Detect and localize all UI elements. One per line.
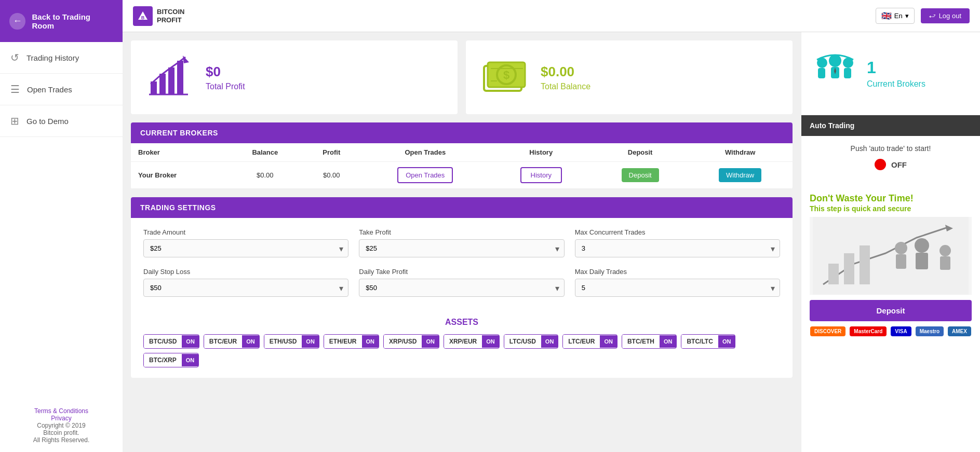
max-daily-trades-label: Max Daily Trades — [575, 268, 780, 276]
svg-point-14 — [829, 54, 841, 67]
col-profit: Profit — [302, 143, 361, 162]
asset-name-ltceur: LTC/EUR — [563, 335, 600, 348]
sidebar-item-trading-history[interactable]: ↺ Trading History — [0, 42, 123, 74]
asset-toggle-xrpusd[interactable]: ON — [422, 335, 439, 348]
col-balance: Balance — [228, 143, 302, 162]
mastercard-card: MasterCard — [850, 326, 887, 336]
stat-card-profit: $0 Total Profit — [131, 40, 458, 114]
daily-take-profit-select-wrapper: $50$100$200 — [359, 279, 564, 297]
max-concurrent-select-wrapper: 31510 — [575, 239, 780, 257]
asset-btcusd: BTC/USD ON — [143, 334, 199, 349]
sidebar-item-open-trades[interactable]: ☰ Open Trades — [0, 74, 123, 105]
asset-toggle-btcxrp[interactable]: ON — [182, 354, 199, 366]
max-daily-trades-group: Max Daily Trades 51020 — [575, 268, 780, 297]
ad-section: Don't Waste Your Time! This step is quic… — [801, 185, 980, 345]
col-withdraw: Withdraw — [688, 143, 793, 162]
logo: B BITCOIN PROFIT — [133, 6, 184, 26]
auto-trade-body: Push 'auto trade' to start! OFF — [801, 136, 980, 185]
max-daily-trades-select-wrapper: 51020 — [575, 279, 780, 297]
daily-stop-loss-select[interactable]: $50$100$200 — [143, 279, 348, 297]
broker-table-header-row: Broker Balance Profit Open Trades Histor… — [131, 143, 793, 162]
center-panel: $0 Total Profit $ — [123, 32, 801, 452]
stats-row: $0 Total Profit $ — [131, 40, 793, 114]
toggle-off-dot[interactable] — [875, 159, 886, 170]
svg-rect-23 — [828, 264, 839, 284]
payment-card-icons: DISCOVER MasterCard VISA Maestro AMEX — [810, 326, 972, 336]
toggle-label: OFF — [891, 160, 907, 169]
chevron-down-icon: ▾ — [905, 12, 909, 20]
asset-name-xrpusd: XRP/USD — [384, 335, 422, 348]
back-to-trading-room[interactable]: ← Back to Trading Room — [0, 0, 123, 42]
privacy-link[interactable]: Privacy — [51, 415, 71, 422]
asset-toggle-xrpeur[interactable]: ON — [482, 335, 499, 348]
demo-icon: ⊞ — [10, 115, 19, 127]
top-right: 🇬🇧 En ▾ ⮐ Log out — [876, 8, 970, 24]
sidebar: ← Back to Trading Room ↺ Trading History… — [0, 0, 123, 452]
asset-toggle-ethusd[interactable]: ON — [302, 335, 319, 348]
sidebar-item-label: Open Trades — [27, 85, 72, 94]
language-selector[interactable]: 🇬🇧 En ▾ — [876, 8, 915, 24]
max-concurrent-group: Max Concurrent Trades 31510 — [575, 228, 780, 257]
brokers-stat-info: 1 Current Brokers — [867, 58, 925, 89]
asset-name-ethusd: ETH/USD — [264, 335, 302, 348]
svg-rect-29 — [916, 253, 928, 269]
asset-toggle-btcltc[interactable]: ON — [718, 335, 735, 348]
deposit-button[interactable]: Deposit — [622, 168, 659, 182]
current-brokers-section: CURRENT BROKERS Broker Balance Profit Op… — [131, 122, 793, 189]
broker-balance: $0.00 — [228, 162, 302, 189]
col-open-trades: Open Trades — [361, 143, 489, 162]
balance-info: $0.00 Total Balance — [541, 64, 590, 91]
take-profit-select[interactable]: $25$50$100 — [359, 239, 564, 257]
svg-rect-20 — [844, 68, 851, 78]
history-button[interactable]: History — [520, 167, 562, 183]
logout-label: Log out — [939, 12, 961, 20]
terms-link[interactable]: Terms & Conditions — [34, 407, 88, 415]
right-panel-deposit-button[interactable]: Deposit — [810, 300, 972, 321]
col-history: History — [489, 143, 593, 162]
asset-name-etheur: ETH/EUR — [324, 335, 362, 348]
daily-stop-loss-select-wrapper: $50$100$200 — [143, 279, 348, 297]
logout-button[interactable]: ⮐ Log out — [921, 8, 970, 23]
deposit-cell: Deposit — [593, 162, 688, 189]
logo-icon: B — [133, 6, 153, 26]
trade-amount-select-wrapper: $25$50$100 — [143, 239, 348, 257]
svg-rect-5 — [177, 61, 183, 94]
sidebar-item-go-to-demo[interactable]: ⊞ Go to Demo — [0, 105, 123, 137]
max-concurrent-label: Max Concurrent Trades — [575, 228, 780, 236]
max-concurrent-select[interactable]: 31510 — [575, 239, 780, 257]
max-daily-trades-select[interactable]: 51020 — [575, 279, 780, 297]
take-profit-group: Take Profit $25$50$100 — [359, 228, 564, 257]
history-cell: History — [489, 162, 593, 189]
auto-trade-prompt: Push 'auto trade' to start! — [810, 144, 972, 153]
svg-rect-18 — [818, 68, 825, 78]
assets-section: ASSETS BTC/USD ON BTC/EUR ON ETH/USD ON — [131, 318, 793, 378]
daily-stop-loss-group: Daily Stop Loss $50$100$200 — [143, 268, 348, 297]
trading-settings-section: TRADING SETTINGS Trade Amount $25$50$100 — [131, 197, 793, 378]
asset-ltceur: LTC/EUR ON — [562, 334, 617, 349]
asset-toggle-btcusd[interactable]: ON — [182, 335, 199, 348]
asset-name-btceth: BTC/ETH — [622, 335, 660, 348]
svg-point-28 — [915, 238, 929, 253]
daily-take-profit-select[interactable]: $50$100$200 — [359, 279, 564, 297]
asset-toggle-etheur[interactable]: ON — [362, 335, 379, 348]
asset-btceth: BTC/ETH ON — [622, 334, 677, 349]
daily-take-profit-label: Daily Take Profit — [359, 268, 564, 276]
asset-toggle-ltcusd[interactable]: ON — [541, 335, 558, 348]
assets-grid: BTC/USD ON BTC/EUR ON ETH/USD ON ETH/E — [143, 334, 780, 367]
trade-amount-select[interactable]: $25$50$100 — [143, 239, 348, 257]
col-deposit: Deposit — [593, 143, 688, 162]
svg-point-30 — [939, 245, 951, 256]
right-panel-brokers-stat: 1 Current Brokers — [801, 32, 980, 115]
svg-text:$: $ — [503, 69, 509, 81]
open-trades-button[interactable]: Open Trades — [397, 167, 453, 183]
asset-toggle-btceth[interactable]: ON — [660, 335, 677, 348]
asset-toggle-btceur[interactable]: ON — [242, 335, 259, 348]
visa-card: VISA — [891, 326, 911, 336]
asset-toggle-ltceur[interactable]: ON — [600, 335, 617, 348]
copyright: Copyright © 2019 — [37, 422, 86, 429]
maestro-card: Maestro — [916, 326, 944, 336]
withdraw-button[interactable]: Withdraw — [719, 168, 761, 182]
asset-ltcusd: LTC/USD ON — [504, 334, 559, 349]
ad-image — [810, 217, 972, 295]
auto-trading-title: Auto Trading — [810, 121, 854, 130]
